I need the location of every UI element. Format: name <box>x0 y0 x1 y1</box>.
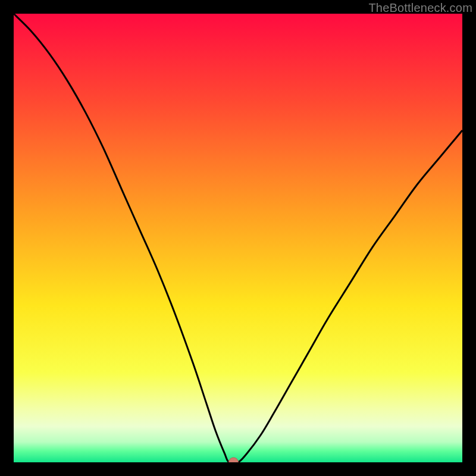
watermark-text: TheBottleneck.com <box>368 1 472 15</box>
plot-area <box>14 14 462 462</box>
chart-frame: TheBottleneck.com <box>0 0 476 476</box>
bottleneck-chart <box>14 14 462 462</box>
gradient-background <box>14 14 462 462</box>
